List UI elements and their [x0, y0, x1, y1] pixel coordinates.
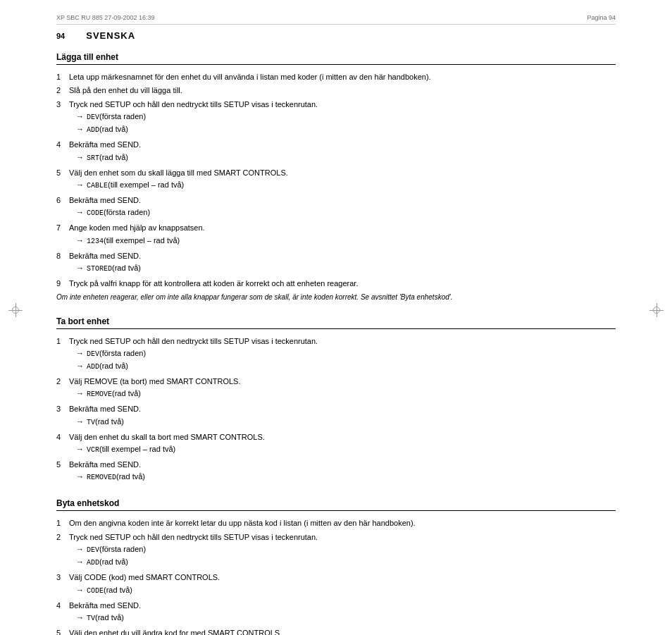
list-content: Välj den enhet du vill ändra kod for med…: [69, 628, 616, 635]
list-text: Tryck ned SETUP och håll den nedtryckt t…: [69, 533, 318, 541]
list-content: Bekräfta med SEND.→CODE (första raden): [69, 195, 616, 220]
arrow-item: →TV (rad två): [69, 417, 616, 428]
arrow-code: DEV: [87, 113, 99, 123]
list-text: Välj den enhet som du skall lägga till m…: [69, 168, 288, 177]
arrow-symbol: →: [76, 557, 84, 567]
list-item: 1Om den angivna koden inte är korrekt le…: [56, 518, 616, 529]
arrow-item: →DEV (första raden): [69, 348, 616, 359]
arrow-symbol: →: [76, 544, 84, 555]
arrow-note: (rad två): [99, 152, 128, 163]
list-content: Tryck ned SETUP och håll den nedtryckt t…: [69, 532, 616, 569]
page-number: 94: [56, 32, 65, 40]
list-text: Bekräfta med SEND.: [69, 601, 141, 610]
arrow-item: →ADD (rad två): [69, 557, 616, 568]
list-number: 4: [56, 600, 69, 625]
arrow-note: (rad två): [104, 585, 132, 596]
arrow-code: DEV: [87, 350, 99, 359]
arrow-code: VCR: [87, 445, 99, 455]
arrow-code: DEV: [87, 545, 99, 555]
arrow-code: CODE: [87, 586, 104, 596]
list-number: 1: [56, 72, 69, 82]
page-ref: Pagina 94: [587, 14, 616, 21]
arrow-symbol: →: [76, 207, 84, 218]
list-item: 2Tryck ned SETUP och håll den nedtryckt …: [56, 532, 616, 569]
list-content: Välj REMOVE (ta bort) med SMART CONTROLS…: [69, 376, 616, 401]
arrow-symbol: →: [76, 263, 84, 273]
list-content: Slå på den enhet du vill lägga till.: [69, 85, 616, 96]
arrow-symbol: →: [76, 471, 84, 482]
section-heading-byta-enhetskod: Byta enhetskod: [56, 498, 616, 511]
list-text: Leta upp märkesnamnet för den enhet du v…: [69, 73, 431, 81]
list-number: 1: [56, 336, 69, 374]
list-text: Välj REMOVE (ta bort) med SMART CONTROLS…: [69, 377, 240, 386]
arrow-symbol: →: [76, 612, 84, 623]
list-number: 5: [56, 460, 69, 484]
numbered-list-lagga-till-enhet: 1Leta upp märkesnamnet för den enhet du …: [56, 72, 616, 290]
arrow-note: (rad två): [112, 263, 141, 273]
arrow-code: SRT: [87, 154, 99, 164]
arrow-item: →VCR (till exempel – rad två): [69, 444, 616, 455]
section-ta-bort-enhet: Ta bort enhet1Tryck ned SETUP och håll d…: [56, 316, 616, 485]
list-text: Bekräfta med SEND.: [69, 460, 141, 469]
section-heading-ta-bort-enhet: Ta bort enhet: [56, 316, 616, 329]
list-content: Välj den enhet som du skall lägga till m…: [69, 168, 616, 192]
arrow-symbol: →: [76, 585, 84, 596]
arrow-note: (till exempel – rad två): [104, 235, 180, 246]
section-lagga-till-enhet: Lägga till enhet1Leta upp märkesnamnet f…: [56, 52, 616, 302]
list-item: 3Välj CODE (kod) med SMART CONTROLS.→COD…: [56, 572, 616, 597]
list-item: 3Bekräfta med SEND.→TV (rad två): [56, 404, 616, 429]
arrow-item: →CABLE (till exempel – rad två): [69, 180, 616, 191]
arrow-item: →REMOVED (rad två): [69, 471, 616, 483]
arrow-item: →TV (rad två): [69, 612, 616, 624]
crosshair-left: [8, 303, 23, 317]
arrow-code: ADD: [87, 362, 99, 372]
sections-container: Lägga till enhet1Leta upp märkesnamnet f…: [56, 52, 616, 635]
arrow-symbol: →: [76, 180, 84, 190]
list-number: 1: [56, 518, 69, 529]
list-number: 2: [56, 532, 69, 569]
list-number: 3: [56, 572, 69, 597]
list-content: Bekräfta med SEND.→SRT (rad två): [69, 140, 616, 164]
arrow-symbol: →: [76, 152, 84, 163]
list-content: Tryck ned SETUP och håll den nedtryckt t…: [69, 99, 616, 137]
arrow-note: (rad två): [99, 124, 128, 135]
list-content: Leta upp märkesnamnet för den enhet du v…: [69, 72, 616, 82]
arrow-item: →SRT (rad två): [69, 152, 616, 164]
list-text: Om den angivna koden inte är korrekt let…: [69, 519, 416, 527]
list-number: 4: [56, 140, 69, 164]
list-text: Välj den enhet du vill ändra kod for med…: [69, 629, 282, 635]
arrow-symbol: →: [76, 361, 84, 371]
list-content: Välj CODE (kod) med SMART CONTROLS.→CODE…: [69, 572, 616, 597]
list-item: 1Leta upp märkesnamnet för den enhet du …: [56, 72, 616, 82]
arrow-note: (rad två): [99, 557, 128, 567]
list-item: 1Tryck ned SETUP och håll den nedtryckt …: [56, 336, 616, 374]
list-text: Bekräfta med SEND.: [69, 405, 141, 413]
list-item: 2Välj REMOVE (ta bort) med SMART CONTROL…: [56, 376, 616, 401]
list-item: 8Bekräfta med SEND.→STORED (rad två): [56, 251, 616, 276]
arrow-code: TV: [87, 614, 95, 624]
page-header: XP SBC RU 885 27-09-2002 16:39 Pagina 94: [56, 14, 616, 25]
list-item: 6Bekräfta med SEND.→CODE (första raden): [56, 195, 616, 220]
arrow-note: (första raden): [99, 544, 146, 555]
list-item: 5Bekräfta med SEND.→REMOVED (rad två): [56, 460, 616, 484]
list-item: 7Ange koden med hjälp av knappsatsen.→12…: [56, 223, 616, 247]
arrow-item: →DEV (första raden): [69, 111, 616, 123]
list-number: 7: [56, 223, 69, 247]
list-content: Bekräfta med SEND.→TV (rad två): [69, 404, 616, 429]
arrow-code: 1234: [87, 237, 104, 247]
arrow-note: (till exempel – rad två): [108, 180, 184, 190]
list-item: 4Bekräfta med SEND.→SRT (rad två): [56, 140, 616, 164]
arrow-code: REMOVED: [87, 473, 116, 483]
arrow-note: (rad två): [112, 388, 141, 399]
list-number: 9: [56, 278, 69, 289]
arrow-note: (första raden): [99, 111, 146, 122]
arrow-symbol: →: [76, 111, 84, 122]
arrow-symbol: →: [76, 417, 84, 427]
list-item: 5Välj den enhet du vill ändra kod for me…: [56, 628, 616, 635]
arrow-note: (rad två): [116, 471, 145, 482]
list-number: 8: [56, 251, 69, 276]
arrow-item: →ADD (rad två): [69, 361, 616, 372]
list-content: Bekräfta med SEND.→STORED (rad två): [69, 251, 616, 276]
list-item: 9Tryck på valfri knapp för att kontrolle…: [56, 278, 616, 289]
list-item: 3Tryck ned SETUP och håll den nedtryckt …: [56, 99, 616, 137]
